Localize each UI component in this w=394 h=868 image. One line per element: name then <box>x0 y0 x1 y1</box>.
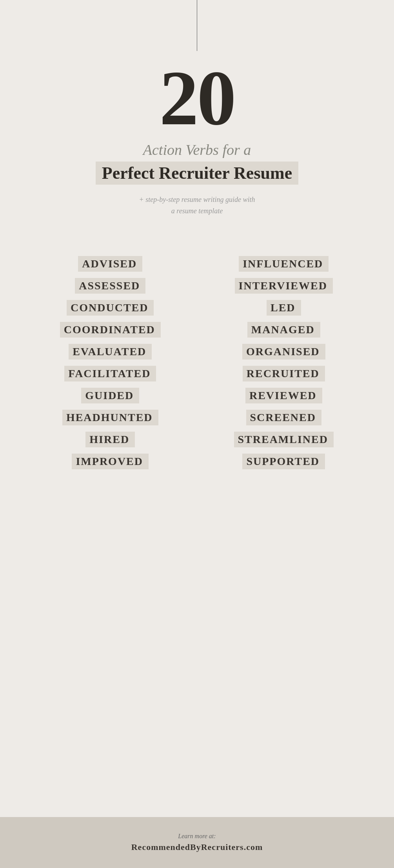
verb-left-0: ADVISED <box>78 256 142 272</box>
verb-right-8: STREAMLINED <box>234 432 334 447</box>
verb-left-3: COORDINATED <box>60 322 161 338</box>
verbs-right-column: INFLUENCEDINTERVIEWEDLEDMANAGEDORGANISED… <box>197 256 371 472</box>
verb-left-8: HIRED <box>85 432 135 447</box>
verb-left-5: FACILITATED <box>64 366 156 381</box>
verb-left-4: EVALUATED <box>69 344 152 360</box>
verb-right-6: REVIEWED <box>245 388 322 403</box>
subtitle-light: Action Verbs for a <box>143 141 251 158</box>
verb-right-7: SCREENED <box>246 410 321 425</box>
verbs-section: ADVISEDASSESSEDCONDUCTEDCOORDINATEDEVALU… <box>0 240 394 496</box>
verb-left-1: ASSESSED <box>75 278 145 294</box>
verb-left-2: CONDUCTED <box>67 300 154 316</box>
verb-right-3: MANAGED <box>247 322 320 338</box>
top-line <box>197 0 197 51</box>
verb-left-9: IMPROVED <box>72 454 149 469</box>
verb-right-4: ORGANISED <box>242 344 325 360</box>
big-number: 20 <box>159 59 234 137</box>
verb-right-2: LED <box>267 300 301 316</box>
verb-left-7: HEADHUNTED <box>62 410 158 425</box>
verb-right-5: RECRUITED <box>243 366 325 381</box>
tagline: + step-by-step resume writing guide with… <box>139 194 255 217</box>
footer-learn-more: Learn more at: <box>178 833 216 840</box>
header-section: 20 Action Verbs for a Perfect Recruiter … <box>64 51 330 232</box>
footer-section: Learn more at: RecommendedByRecruiters.c… <box>0 817 394 868</box>
tagline-line1: + step-by-step resume writing guide with <box>139 196 255 203</box>
footer-url: RecommendedByRecruiters.com <box>131 842 263 852</box>
tagline-line2: a resume template <box>171 207 223 215</box>
verbs-left-column: ADVISEDASSESSEDCONDUCTEDCOORDINATEDEVALU… <box>24 256 197 472</box>
verb-right-0: INFLUENCED <box>239 256 329 272</box>
verb-right-9: SUPPORTED <box>242 454 325 469</box>
subtitle-bold: Perfect Recruiter Resume <box>96 162 298 185</box>
verb-right-1: INTERVIEWED <box>235 278 333 294</box>
verb-left-6: GUIDED <box>81 388 139 403</box>
